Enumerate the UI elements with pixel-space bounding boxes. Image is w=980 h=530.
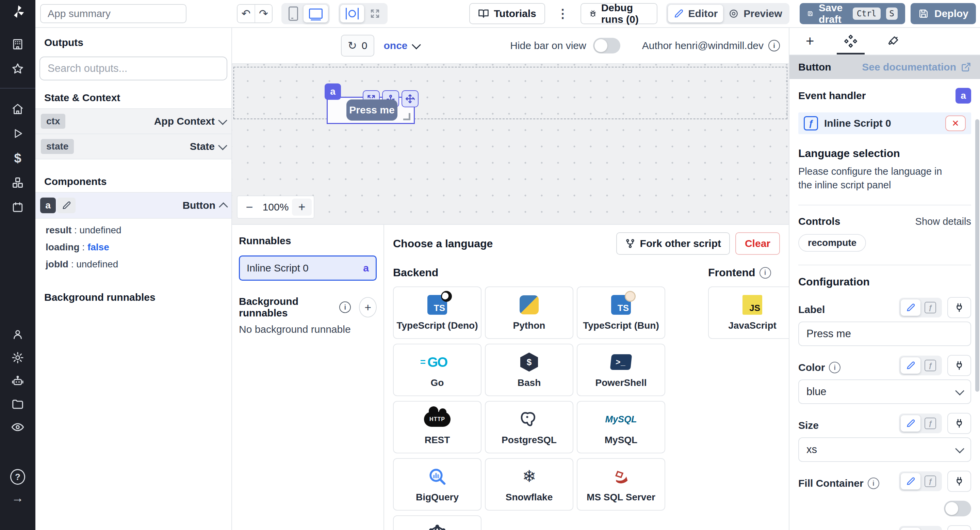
collapse-arrow-icon[interactable]: → bbox=[10, 490, 25, 506]
state-row[interactable]: state State bbox=[35, 134, 231, 160]
zoom-in-button[interactable]: + bbox=[292, 199, 312, 216]
press-me-button[interactable]: Press me bbox=[347, 99, 398, 121]
run-mode-dropdown[interactable]: once bbox=[384, 40, 420, 51]
expression-mode-button[interactable]: ƒ bbox=[920, 415, 940, 431]
language-card-javascript[interactable]: JS JavaScript bbox=[708, 286, 789, 339]
info-icon[interactable]: i bbox=[829, 362, 840, 373]
tab-styling[interactable] bbox=[885, 28, 902, 54]
debug-runs-button[interactable]: Debug runs (0) bbox=[581, 3, 657, 24]
fill-container-toggle[interactable] bbox=[944, 501, 971, 516]
output-prop-result[interactable]: result : undefined bbox=[46, 225, 231, 236]
star-icon[interactable] bbox=[10, 61, 25, 76]
connect-input-button[interactable] bbox=[947, 471, 971, 492]
expression-mode-button[interactable]: ƒ bbox=[920, 357, 940, 374]
tab-insert-component[interactable]: + bbox=[803, 28, 817, 54]
robot-icon[interactable] bbox=[10, 373, 25, 388]
selected-button-component[interactable]: a Press me bbox=[327, 97, 415, 124]
language-card-mssql[interactable]: MS SQL Server bbox=[577, 458, 665, 511]
static-mode-button[interactable] bbox=[901, 415, 920, 431]
connect-input-button[interactable] bbox=[947, 297, 971, 318]
language-card-typescript-bun[interactable]: TS TypeScript (Bun) bbox=[577, 286, 665, 339]
rename-component-button[interactable] bbox=[57, 198, 76, 213]
component-row-button[interactable]: a Button bbox=[35, 192, 231, 219]
static-mode-button[interactable] bbox=[901, 357, 920, 374]
move-handle[interactable] bbox=[401, 90, 418, 107]
folder-icon[interactable] bbox=[10, 396, 25, 412]
language-card-bash[interactable]: $ Bash bbox=[485, 344, 573, 396]
chevron-down-icon[interactable] bbox=[218, 116, 227, 125]
refresh-count-button[interactable]: ↻ 0 bbox=[341, 35, 374, 57]
language-card-go[interactable]: GO Go bbox=[393, 344, 482, 396]
save-draft-button[interactable]: Save draft Ctrl S bbox=[800, 3, 905, 24]
fork-other-script-button[interactable]: Fork other script bbox=[616, 232, 730, 255]
size-select[interactable]: xs bbox=[798, 437, 971, 462]
label-value-input[interactable] bbox=[798, 322, 971, 346]
deploy-button[interactable]: Deploy bbox=[911, 3, 976, 24]
chevron-down-icon[interactable] bbox=[218, 141, 227, 150]
calendar-icon[interactable] bbox=[10, 200, 25, 215]
event-inline-script-row[interactable]: ƒ Inline Script 0 ✕ bbox=[798, 112, 971, 134]
expression-mode-button[interactable]: ƒ bbox=[920, 528, 940, 530]
language-card-python[interactable]: Python bbox=[485, 286, 573, 339]
color-select[interactable]: blue bbox=[798, 380, 971, 404]
language-card-postgresql[interactable]: PostgreSQL bbox=[485, 401, 573, 453]
see-documentation-link[interactable]: See documentation bbox=[862, 61, 971, 73]
desktop-view-button[interactable] bbox=[304, 5, 328, 22]
clear-button[interactable]: Clear bbox=[735, 232, 780, 255]
app-summary-input[interactable] bbox=[40, 4, 186, 23]
remove-script-button[interactable]: ✕ bbox=[945, 115, 966, 131]
tab-component-settings[interactable] bbox=[842, 28, 860, 54]
fullwidth-layout-button[interactable] bbox=[364, 5, 386, 22]
info-icon[interactable]: i bbox=[868, 477, 879, 489]
output-prop-loading[interactable]: loading : false bbox=[46, 242, 231, 253]
info-icon[interactable]: i bbox=[759, 267, 771, 279]
resize-handle[interactable] bbox=[403, 113, 410, 120]
info-icon[interactable]: i bbox=[768, 40, 780, 51]
show-details-link[interactable]: Show details bbox=[915, 216, 971, 227]
preview-tab[interactable]: Preview bbox=[723, 5, 788, 22]
eye-icon[interactable] bbox=[10, 420, 25, 435]
connect-input-button[interactable] bbox=[947, 355, 971, 376]
expression-mode-button[interactable]: ƒ bbox=[920, 299, 940, 316]
dollar-icon[interactable]: $ bbox=[10, 150, 25, 166]
mobile-view-button[interactable] bbox=[283, 5, 304, 22]
help-icon[interactable]: ? bbox=[10, 469, 25, 484]
centered-layout-button[interactable] bbox=[340, 5, 364, 22]
output-prop-jobid[interactable]: jobId : undefined bbox=[46, 259, 231, 270]
windmill-logo-icon[interactable] bbox=[10, 4, 25, 19]
undo-button[interactable]: ↶ bbox=[237, 5, 255, 22]
add-background-runnable-button[interactable]: + bbox=[359, 297, 377, 318]
home-icon[interactable] bbox=[10, 102, 25, 117]
zoom-out-button[interactable]: − bbox=[240, 199, 259, 216]
language-card-typescript-deno[interactable]: TS TypeScript (Deno) bbox=[393, 286, 482, 339]
language-card-rest[interactable]: HTTP REST bbox=[393, 401, 482, 453]
tutorials-button[interactable]: Tutorials bbox=[469, 3, 545, 24]
connect-input-button[interactable] bbox=[947, 525, 971, 530]
runnable-item-inline-script-0[interactable]: Inline Script 0 a bbox=[239, 255, 377, 281]
search-outputs-input[interactable] bbox=[40, 57, 227, 80]
expression-mode-button[interactable]: ƒ bbox=[920, 473, 940, 490]
language-card-mysql[interactable]: MySQL MySQL bbox=[577, 401, 665, 453]
language-card-bigquery[interactable]: BigQuery bbox=[393, 458, 482, 511]
more-menu-button[interactable]: ⋮ bbox=[557, 6, 569, 21]
app-canvas[interactable]: a Press me − bbox=[232, 64, 789, 224]
ctx-row[interactable]: ctx App Context bbox=[35, 108, 231, 134]
play-icon[interactable] bbox=[10, 126, 25, 141]
recompute-chip[interactable]: recompute bbox=[798, 234, 866, 252]
hide-bar-toggle[interactable] bbox=[593, 38, 620, 53]
language-card-snowflake[interactable]: ❄ Snowflake bbox=[485, 458, 573, 511]
scrollbar-thumb[interactable] bbox=[975, 119, 979, 392]
chevron-up-icon[interactable] bbox=[219, 202, 228, 212]
cubes-icon[interactable] bbox=[10, 175, 25, 190]
redo-button[interactable]: ↷ bbox=[255, 5, 272, 22]
editor-tab[interactable]: Editor bbox=[668, 5, 724, 22]
static-mode-button[interactable] bbox=[901, 473, 920, 490]
language-card-powershell[interactable]: >_ PowerShell bbox=[577, 344, 665, 396]
info-icon[interactable]: i bbox=[339, 302, 351, 313]
user-icon[interactable] bbox=[10, 327, 25, 342]
gear-icon[interactable] bbox=[10, 350, 25, 365]
building-icon[interactable] bbox=[10, 37, 25, 52]
connect-input-button[interactable] bbox=[947, 413, 971, 434]
static-mode-button[interactable] bbox=[901, 299, 920, 316]
language-card-graphql[interactable]: GraphQL bbox=[393, 516, 482, 530]
